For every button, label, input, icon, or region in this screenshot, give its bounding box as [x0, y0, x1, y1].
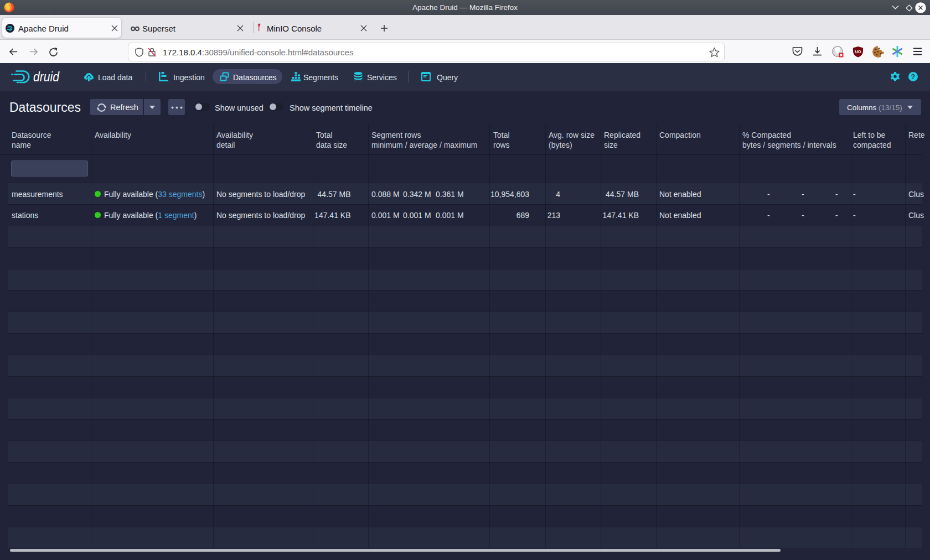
svg-text:?: ?: [911, 73, 915, 81]
svg-text:UO: UO: [855, 49, 861, 54]
